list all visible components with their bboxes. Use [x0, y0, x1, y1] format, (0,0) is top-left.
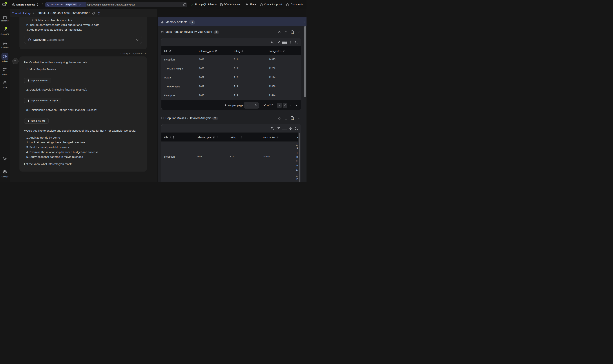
svg-text:JSON: JSON	[291, 33, 294, 34]
svg-text:JSON: JSON	[291, 119, 294, 120]
